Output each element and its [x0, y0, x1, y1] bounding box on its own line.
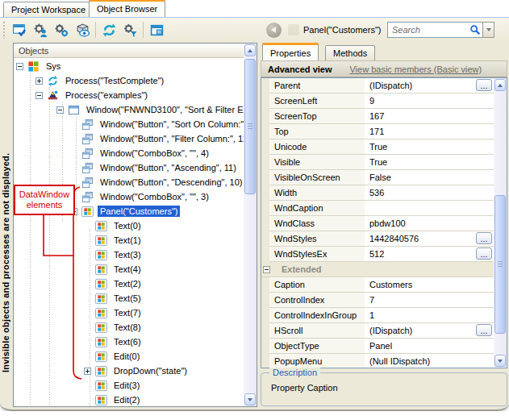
property-row[interactable]: VisibleOnScreenFalse: [261, 170, 494, 185]
property-row[interactable]: Parent(IDispatch)...: [261, 78, 494, 94]
tree-item-label[interactable]: Process("TestComplete"): [63, 75, 166, 86]
property-row[interactable]: WndStylesEx512...: [261, 247, 494, 262]
property-group-row[interactable]: Extended: [261, 262, 494, 277]
expander-plus-icon[interactable]: [35, 77, 43, 85]
property-row[interactable]: WndStyles1442840576...: [261, 231, 494, 247]
ellipsis-button[interactable]: ...: [476, 324, 492, 336]
property-row[interactable]: ScreenLeft9: [261, 94, 494, 109]
tree-item[interactable]: Text(6): [14, 335, 257, 349]
expander-minus-icon[interactable]: [16, 63, 23, 70]
scrollbar-thumb[interactable]: [494, 195, 506, 334]
tree-item[interactable]: Edit(2): [14, 393, 257, 406]
tree-item-label[interactable]: Window("FNWND3100", "Sort & Filter Ex...: [84, 104, 257, 115]
property-row[interactable]: HScroll(IDispatch)...: [261, 323, 494, 339]
toolbar-drag-handle[interactable]: [2, 21, 6, 39]
tab-project-workspace[interactable]: Project Workspace: [3, 2, 94, 17]
scroll-down-button[interactable]: [244, 393, 256, 405]
tree-item-label[interactable]: Text(4): [111, 264, 144, 275]
tree-item-label[interactable]: Text(0): [111, 220, 144, 231]
tree-item-label[interactable]: Panel("Customers"): [98, 206, 180, 217]
property-row[interactable]: VisibleTrue: [261, 155, 494, 170]
expander-plus-icon[interactable]: [84, 368, 91, 375]
tree-item-label[interactable]: Text(8): [111, 322, 144, 333]
tab-object-browser[interactable]: Object Browser: [89, 0, 165, 17]
tree-item[interactable]: Window("ComboBox", "", 4): [14, 146, 257, 160]
scrollbar-track[interactable]: [494, 92, 506, 354]
ellipsis-button[interactable]: ...: [476, 79, 492, 91]
tree-item[interactable]: Edit(0): [14, 349, 257, 364]
search-icon[interactable]: [469, 24, 481, 35]
tree-item-label[interactable]: Text(2): [111, 278, 144, 289]
tree-item-label[interactable]: Window("Button", "Ascending", 11): [98, 162, 239, 173]
tree-item-label[interactable]: Window("Button", "Descending", 10): [98, 177, 244, 188]
property-row[interactable]: Width536: [261, 185, 494, 201]
tree-item-label[interactable]: Edit(0): [111, 351, 142, 362]
expander-minus-icon[interactable]: [35, 92, 43, 99]
view-object-button[interactable]: [72, 20, 93, 40]
tree-item[interactable]: Process("TestComplete"): [14, 73, 257, 88]
tree-item[interactable]: DropDown("state"): [14, 364, 257, 378]
tree-item[interactable]: Text(8): [14, 320, 257, 335]
property-row[interactable]: WndClasspbdw100: [261, 216, 494, 231]
property-row[interactable]: CaptionCustomers: [261, 277, 494, 293]
back-button[interactable]: [266, 23, 282, 38]
ellipsis-button[interactable]: ...: [476, 247, 492, 260]
scroll-down-button[interactable]: [494, 355, 506, 367]
tree-item-label[interactable]: Text(6): [111, 336, 144, 347]
property-row[interactable]: PopupMenu(Null IDispatch): [261, 354, 494, 368]
scrollbar-thumb[interactable]: [244, 59, 256, 194]
property-row[interactable]: ObjectTypePanel: [261, 339, 494, 354]
tree-item-label[interactable]: Sys: [44, 60, 63, 72]
property-row[interactable]: ControlIndexInGroup1: [261, 308, 494, 323]
refresh-button[interactable]: [98, 20, 119, 40]
tree-item-label[interactable]: Window("ComboBox", "", 4): [98, 148, 211, 159]
tree-item[interactable]: Text(3): [14, 247, 257, 262]
tree-item[interactable]: Window("Button", "Ascending", 11): [14, 160, 257, 175]
tree-item[interactable]: Text(2): [14, 277, 257, 291]
tree-scrollbar[interactable]: [244, 44, 257, 406]
tree-item[interactable]: Window("Button", "Sort On Column:"...: [14, 117, 257, 131]
tree-item-label[interactable]: Window("Button", "Sort On Column:"...: [98, 119, 253, 130]
tree-item[interactable]: Text(0): [14, 218, 257, 233]
expander-minus-icon[interactable]: [263, 266, 270, 273]
property-row[interactable]: WndCaption: [261, 201, 494, 216]
tree-item[interactable]: Text(4): [14, 262, 257, 277]
tab-properties[interactable]: Properties: [262, 43, 319, 60]
property-row[interactable]: UnicodeTrue: [261, 139, 494, 155]
tree-item[interactable]: Window("Button", "Filter Column:", 12): [14, 131, 257, 146]
tree-item-label[interactable]: Process("examples"): [63, 89, 150, 101]
tab-methods[interactable]: Methods: [325, 45, 375, 60]
tree-item[interactable]: Edit(3): [14, 378, 257, 393]
process-settings-button[interactable]: [51, 20, 72, 40]
property-row[interactable]: ScreenTop167: [261, 109, 494, 124]
tree-item-label[interactable]: DropDown("state"): [111, 365, 190, 376]
tree-item-label[interactable]: Window("ComboBox", "", 3): [98, 191, 211, 202]
scroll-up-button[interactable]: [244, 44, 256, 56]
tree-item-label[interactable]: Edit(2): [111, 394, 142, 405]
panels-button[interactable]: [146, 20, 167, 40]
scroll-up-button[interactable]: [494, 79, 506, 91]
tree-item-label[interactable]: Text(7): [111, 307, 144, 318]
tree-item-label[interactable]: Text(3): [111, 249, 144, 260]
highlight-object-button[interactable]: [9, 20, 30, 40]
tree-item-label[interactable]: Text(5): [111, 293, 144, 304]
property-row[interactable]: Top171: [261, 124, 494, 139]
property-row[interactable]: ControlIndex7: [261, 293, 494, 308]
tree-item[interactable]: Window("FNWND3100", "Sort & Filter Ex...: [14, 102, 257, 117]
search-input[interactable]: Search: [387, 22, 482, 38]
scrollbar-track[interactable]: [244, 57, 256, 393]
grid-scrollbar[interactable]: [494, 78, 507, 368]
tree-item[interactable]: Process("examples"): [14, 88, 257, 102]
process-user-button[interactable]: [30, 20, 51, 40]
tree-item[interactable]: Text(5): [14, 291, 257, 306]
search-options-button[interactable]: [482, 22, 494, 38]
tree-item[interactable]: Sys: [14, 59, 257, 73]
tree-item-label[interactable]: Edit(3): [111, 380, 142, 391]
basic-view-link[interactable]: View basic members (Basic view): [349, 64, 482, 74]
tree-item-label[interactable]: Text(1): [111, 235, 144, 246]
ellipsis-button[interactable]: ...: [476, 232, 492, 244]
tree-item-label[interactable]: Window("Button", "Filter Column:", 12): [98, 133, 253, 144]
tree-item[interactable]: Text(7): [14, 306, 257, 320]
filter-button[interactable]: [119, 20, 140, 40]
tree-item[interactable]: Text(1): [14, 233, 257, 247]
